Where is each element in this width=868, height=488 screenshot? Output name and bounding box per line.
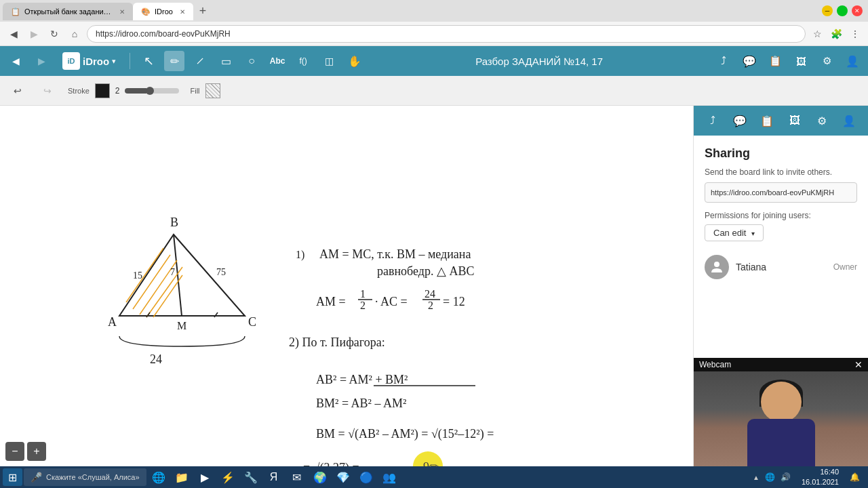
permissions-label: Permissions for joining users:	[705, 211, 857, 220]
share-button[interactable]: ⤴	[713, 51, 734, 71]
extensions-button[interactable]: 🧩	[829, 26, 844, 41]
svg-text:24: 24	[150, 352, 162, 366]
svg-point-36	[714, 262, 719, 267]
taskbar-chrome[interactable]: 🔵	[355, 468, 377, 486]
tray-volume[interactable]: 🔊	[781, 472, 791, 482]
zoom-out-button[interactable]: −	[5, 442, 24, 461]
chat-button[interactable]: 💬	[739, 51, 760, 71]
webcam-close-button[interactable]: ✕	[854, 359, 863, 370]
tool-pan[interactable]: ✋	[344, 51, 365, 71]
can-edit-button[interactable]: Can edit ▾	[705, 224, 764, 241]
svg-text:· AC =: · AC =	[375, 295, 408, 308]
tray-chevron[interactable]: ▲	[753, 474, 760, 481]
svg-text:15: 15	[133, 270, 142, 281]
triangle-drawing: B A C M 15 7 75 24	[108, 216, 256, 366]
tool-line[interactable]: ─	[186, 47, 214, 75]
panel-share-btn[interactable]: ⤴	[703, 110, 723, 131]
new-tab-button[interactable]: +	[193, 3, 212, 22]
redo-small-button[interactable]: ↪	[38, 81, 57, 100]
app-toolbar: ◀ ▶ iD iDroo ▾ ↖ ✏ ─ ▭ ○ Abc f() ◫ ✋ Раз…	[0, 46, 868, 76]
start-button[interactable]: ⊞	[3, 468, 22, 486]
image-button[interactable]: 🖼	[791, 51, 811, 71]
tool-text[interactable]: Abc	[267, 51, 288, 71]
taskbar-explorer[interactable]: 📁	[171, 468, 193, 486]
main-content: B A C M 15 7 75 24 1) AM = MC, т.к. ВМ –…	[0, 106, 868, 466]
tray-network[interactable]: 🌐	[765, 472, 775, 482]
taskbar-ie[interactable]: 🌐	[148, 468, 170, 486]
redo-button[interactable]: ▶	[31, 51, 52, 71]
svg-text:C: C	[248, 315, 256, 329]
right-panel: ⤴ 💬 📋 🖼 ⚙ 👤 Sharing Send the board link …	[693, 106, 868, 466]
zoom-in-button[interactable]: +	[27, 442, 46, 461]
panel-user-btn[interactable]: 👤	[839, 110, 859, 131]
window-maximize[interactable]	[837, 5, 848, 16]
notes-button[interactable]: 📋	[765, 51, 785, 71]
tool-select[interactable]: ↖	[138, 51, 159, 71]
tab-ege[interactable]: 📋 Открытый банк заданий ЕГЭ ✕	[3, 3, 133, 20]
webcam-label: Webcam	[699, 360, 731, 369]
tool-ellipse[interactable]: ○	[241, 51, 262, 71]
can-edit-label: Can edit	[713, 228, 746, 238]
browser-menu-button[interactable]: ⋮	[848, 26, 863, 41]
taskbar-mail[interactable]: ✉	[286, 468, 308, 486]
tool-rect[interactable]: ▭	[216, 51, 236, 71]
panel-settings-btn[interactable]: ⚙	[812, 110, 832, 131]
logo-area[interactable]: iD iDroo ▾	[62, 52, 116, 70]
logo-icon: iD	[62, 52, 80, 70]
back-button[interactable]: ◀	[5, 26, 22, 42]
fill-label: Fill	[190, 87, 199, 95]
user-button[interactable]: 👤	[842, 51, 863, 71]
panel-notes-btn[interactable]: 📋	[757, 110, 777, 131]
share-link-box[interactable]: https://idroo.com/board-eovPuKMjRH	[705, 182, 857, 203]
whiteboard[interactable]: B A C M 15 7 75 24 1) AM = MC, т.к. ВМ –…	[0, 106, 693, 466]
tab-ege-close[interactable]: ✕	[119, 8, 125, 16]
taskbar-app5[interactable]: 👥	[378, 468, 400, 486]
window-close[interactable]: ✕	[852, 5, 863, 16]
fill-section: Fill	[190, 83, 220, 98]
svg-text:= 12: = 12	[443, 295, 465, 308]
window-minimize[interactable]: ─	[822, 5, 833, 16]
taskbar-yandex[interactable]: Я	[263, 468, 285, 486]
can-edit-dropdown-icon: ▾	[751, 230, 755, 237]
stroke-color-swatch[interactable]	[95, 83, 110, 98]
reload-button[interactable]: ↻	[46, 26, 62, 42]
svg-text:AM =: AM =	[316, 295, 346, 308]
svg-text:= √(3·27) =: = √(3·27) =	[303, 461, 359, 466]
taskbar-app1[interactable]: ⚡	[217, 468, 239, 486]
taskbar-app2[interactable]: 🔧	[240, 468, 262, 486]
webcam-area: Webcam ✕	[694, 358, 868, 466]
tray-notification[interactable]: 🔔	[850, 472, 860, 482]
person-body	[747, 419, 815, 466]
panel-image-btn[interactable]: 🖼	[785, 110, 805, 131]
taskbar-app3[interactable]: 🌍	[309, 468, 331, 486]
avatar	[705, 255, 729, 279]
tab-idroo-close[interactable]: ✕	[180, 8, 185, 16]
panel-chat-btn[interactable]: 💬	[730, 110, 750, 131]
zoom-controls: − +	[5, 442, 46, 461]
tab-ege-label: Открытый банк заданий ЕГЭ	[24, 7, 113, 16]
taskbar-media[interactable]: ▶	[194, 468, 216, 486]
address-bar[interactable]: https://idroo.com/board-eovPuKMjRH	[87, 25, 806, 43]
undo-small-button[interactable]: ↩	[8, 81, 27, 100]
fill-color-swatch[interactable]	[205, 83, 220, 98]
stroke-slider[interactable]	[125, 88, 179, 94]
tab-idroo[interactable]: 🎨 IDroo ✕	[133, 3, 193, 20]
home-button[interactable]: ⌂	[66, 26, 83, 42]
svg-text:BM² = AB² – AM²: BM² = AB² – AM²	[316, 396, 406, 410]
tab-ege-favicon: 📋	[11, 7, 20, 16]
board-title: Разбор ЗАДАНИЙ №14, 17	[370, 56, 708, 67]
tool-formula[interactable]: f()	[293, 51, 313, 71]
logo-dropdown-icon[interactable]: ▾	[112, 57, 116, 66]
taskbar-app4[interactable]: 💎	[332, 468, 354, 486]
forward-button[interactable]: ▶	[26, 26, 42, 42]
taskbar-clock[interactable]: 16:40 16.01.2021	[796, 467, 844, 488]
settings-button[interactable]: ⚙	[816, 51, 837, 71]
tool-eraser[interactable]: ◫	[319, 51, 339, 71]
bookmark-button[interactable]: ☆	[810, 26, 825, 41]
tool-pencil[interactable]: ✏	[164, 51, 184, 71]
svg-text:24: 24	[425, 288, 435, 300]
taskbar-search[interactable]: 🎤 Скажите «Слушай, Алиса»	[24, 468, 146, 486]
svg-text:M: M	[177, 320, 186, 331]
undo-button[interactable]: ◀	[5, 51, 26, 71]
svg-text:2: 2	[428, 300, 433, 311]
